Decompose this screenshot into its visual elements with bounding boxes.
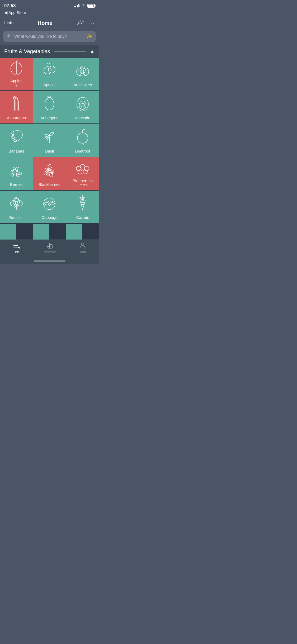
svg-point-49	[10, 201, 16, 206]
grid-item-cabbage[interactable]: Cabbage	[33, 191, 66, 223]
broccoli-icon	[6, 192, 27, 214]
grid-item-broccoli[interactable]: Broccoli	[0, 191, 33, 223]
svg-line-46	[15, 205, 16, 208]
svg-point-21	[13, 173, 17, 176]
page-title: Home	[38, 20, 53, 26]
svg-point-50	[17, 201, 22, 206]
grid-item-asparagus[interactable]: Asparagus	[0, 91, 33, 124]
inspiration-tab-icon	[46, 242, 53, 249]
grid-item-blueberries[interactable]: Blueberries Frozen	[66, 157, 99, 190]
grid-item-beetroot[interactable]: Beetroot	[66, 124, 99, 157]
cabbage-label: Cabbage	[41, 215, 58, 220]
grid-item-berries[interactable]: Berries	[0, 157, 33, 190]
blackberries-label: Blackberries	[39, 182, 60, 187]
svg-point-34	[44, 172, 47, 175]
svg-rect-56	[47, 243, 50, 246]
carrots-icon	[72, 192, 93, 214]
grid-item-carrots[interactable]: Carrots	[66, 191, 99, 223]
section-divider	[54, 51, 86, 52]
svg-point-8	[83, 68, 89, 75]
grid-item-apricot[interactable]: Apricot	[33, 58, 66, 90]
aubergine-label: Aubergine	[40, 116, 58, 120]
battery-icon	[87, 4, 95, 8]
grid-item-blackberries[interactable]: Blackberries	[33, 157, 66, 190]
home-indicator	[0, 259, 99, 264]
svg-point-39	[47, 173, 49, 174]
grid-item-extra-2[interactable]	[33, 224, 49, 240]
svg-point-14	[79, 101, 86, 109]
svg-point-30	[45, 168, 49, 172]
svg-point-32	[50, 170, 54, 174]
asparagus-icon	[6, 93, 27, 114]
lists-nav-label[interactable]: Lists	[4, 20, 13, 26]
beetroot-icon	[72, 126, 93, 147]
blueberries-sublabel: Frozen	[78, 183, 87, 187]
svg-point-7	[80, 66, 85, 74]
svg-point-0	[79, 20, 81, 22]
search-placeholder[interactable]: What would you like to buy?	[14, 34, 84, 39]
cabbage-icon	[39, 192, 60, 214]
grid-item-extra-1[interactable]	[0, 224, 16, 240]
header: Lists Home ···	[0, 17, 99, 30]
svg-line-47	[16, 205, 18, 208]
grid-item-artichokes[interactable]: Artichokes	[66, 58, 99, 90]
beetroot-label: Beetroot	[75, 149, 90, 154]
header-actions: ···	[77, 19, 95, 27]
home-indicator-bar	[34, 260, 65, 262]
svg-point-13	[77, 97, 88, 111]
wifi-icon	[81, 4, 86, 8]
asparagus-label: Asparagus	[7, 116, 26, 120]
search-container: 🔍 What would you like to buy? ✨	[0, 30, 99, 45]
svg-point-33	[46, 172, 50, 175]
back-arrow-icon: ◀	[4, 10, 7, 15]
grid-item-avocado[interactable]: Avocado	[66, 91, 99, 124]
berries-label: Berries	[10, 182, 23, 187]
status-time: 07:58	[4, 3, 16, 8]
svg-line-29	[17, 168, 18, 172]
basil-label: Basil	[45, 149, 54, 154]
section-header: Fruits & Vegetables ▲	[0, 45, 99, 58]
add-person-button[interactable]	[77, 19, 85, 27]
apples-count: 2	[15, 83, 17, 87]
tab-profile-label: Profile	[78, 250, 87, 254]
svg-point-37	[49, 168, 51, 169]
svg-point-15	[81, 103, 84, 107]
grid-item-basil[interactable]: Basil	[33, 124, 66, 157]
search-bar[interactable]: 🔍 What would you like to buy? ✨	[3, 31, 96, 42]
lists-tab-icon	[13, 242, 20, 249]
tab-lists-label: Lists	[13, 250, 20, 254]
broccoli-label: Broccoli	[9, 215, 23, 220]
grid-item-aubergine[interactable]: Aubergine	[33, 91, 66, 124]
svg-point-26	[19, 172, 22, 175]
grid-item-bananas[interactable]: Bananas	[0, 124, 33, 157]
apple-icon	[6, 58, 27, 77]
grid-item-apples[interactable]: Apples 2	[0, 58, 33, 90]
svg-point-22	[11, 174, 14, 176]
status-bar: 07:58	[0, 0, 99, 10]
blueberries-label: Blueberries	[73, 178, 93, 183]
grid-item-extra-3[interactable]	[66, 224, 82, 240]
carrots-label: Carrots	[76, 215, 89, 220]
profile-tab-icon	[79, 242, 86, 249]
artichoke-icon	[72, 60, 93, 81]
status-icons	[74, 4, 95, 8]
tab-profile[interactable]: Profile	[66, 242, 99, 254]
items-grid: Apples 2 Apricot	[0, 58, 99, 240]
more-button[interactable]: ···	[89, 20, 95, 26]
berries-icon	[6, 159, 27, 181]
tab-inspiration[interactable]: Inspiration	[33, 242, 66, 254]
svg-point-4	[44, 67, 51, 74]
tab-bar: Lists Inspiration Profile	[0, 240, 99, 259]
svg-point-51	[14, 197, 18, 202]
back-nav[interactable]: ◀ App Store	[0, 10, 99, 17]
avocado-icon	[72, 93, 93, 114]
back-label: App Store	[8, 10, 26, 15]
banana-icon	[6, 126, 27, 147]
signal-icon	[74, 4, 79, 7]
aubergine-icon	[39, 93, 60, 114]
collapse-button[interactable]: ▲	[89, 48, 95, 54]
svg-point-18	[77, 133, 88, 143]
svg-point-36	[46, 169, 48, 171]
apricot-label: Apricot	[43, 82, 56, 87]
tab-lists[interactable]: Lists	[0, 242, 33, 254]
